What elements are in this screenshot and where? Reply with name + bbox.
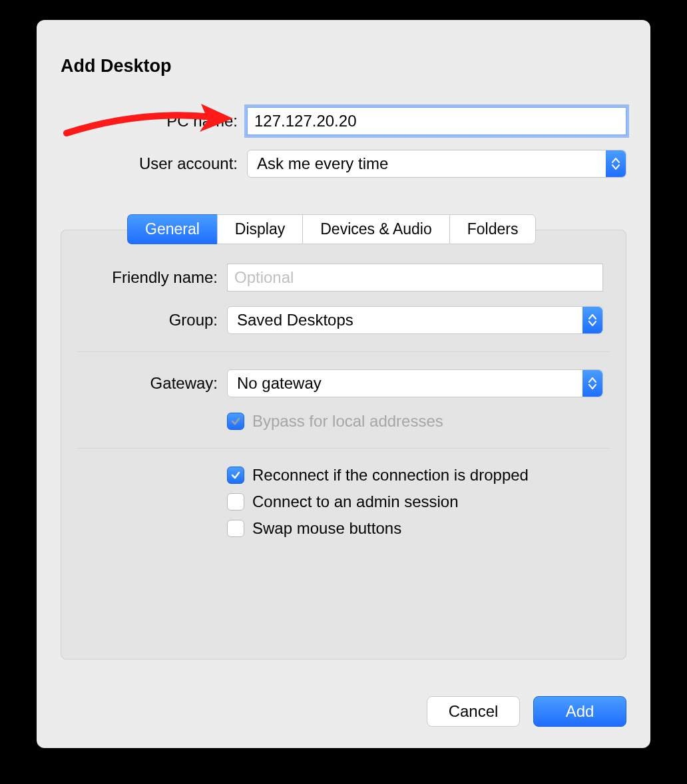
user-account-select[interactable]: Ask me every time [247, 150, 626, 178]
dialog-title: Add Desktop [61, 56, 626, 77]
divider [77, 351, 610, 352]
tab-folders[interactable]: Folders [449, 214, 537, 244]
group-select[interactable]: Saved Desktops [227, 306, 603, 334]
swap-checkbox-row: Swap mouse buttons [227, 519, 603, 538]
friendly-name-row: Friendly name: [84, 264, 603, 292]
swap-checkbox[interactable] [227, 520, 244, 537]
friendly-name-input[interactable] [227, 264, 603, 292]
add-button[interactable]: Add [533, 696, 626, 727]
settings-tabbar: General Display Devices & Audio Folders [127, 214, 560, 244]
general-panel: Friendly name: Group: Saved Desktops Gat… [61, 230, 626, 660]
cancel-button[interactable]: Cancel [427, 696, 520, 727]
chevron-up-down-icon [582, 370, 602, 397]
pc-name-input[interactable] [247, 107, 626, 135]
pc-name-row: PC name: [61, 107, 626, 135]
divider [77, 448, 610, 449]
bypass-checkbox [227, 413, 244, 430]
group-value: Saved Desktops [228, 311, 582, 329]
reconnect-checkbox[interactable] [227, 467, 244, 484]
reconnect-label: Reconnect if the connection is dropped [252, 466, 529, 485]
tab-general[interactable]: General [127, 214, 217, 244]
gateway-label: Gateway: [84, 374, 227, 393]
dialog-footer: Cancel Add [427, 696, 626, 727]
admin-checkbox[interactable] [227, 493, 244, 510]
user-account-label: User account: [61, 154, 247, 173]
gateway-select[interactable]: No gateway [227, 369, 603, 397]
group-row: Group: Saved Desktops [84, 306, 603, 334]
pc-name-label: PC name: [61, 112, 247, 130]
gateway-value: No gateway [228, 374, 582, 393]
tab-display[interactable]: Display [217, 214, 302, 244]
user-account-value: Ask me every time [248, 154, 606, 173]
chevron-up-down-icon [582, 307, 602, 333]
bypass-checkbox-row: Bypass for local addresses [227, 412, 603, 431]
reconnect-checkbox-row: Reconnect if the connection is dropped [227, 466, 603, 485]
swap-label: Swap mouse buttons [252, 519, 401, 538]
friendly-name-label: Friendly name: [84, 268, 227, 287]
user-account-row: User account: Ask me every time [61, 150, 626, 178]
chevron-up-down-icon [606, 150, 626, 177]
tab-devices-audio[interactable]: Devices & Audio [302, 214, 449, 244]
bypass-label: Bypass for local addresses [252, 412, 443, 431]
gateway-row: Gateway: No gateway [84, 369, 603, 397]
admin-label: Connect to an admin session [252, 492, 459, 511]
group-label: Group: [84, 311, 227, 329]
add-desktop-dialog: Add Desktop PC name: User account: Ask m… [37, 20, 650, 748]
admin-checkbox-row: Connect to an admin session [227, 492, 603, 511]
